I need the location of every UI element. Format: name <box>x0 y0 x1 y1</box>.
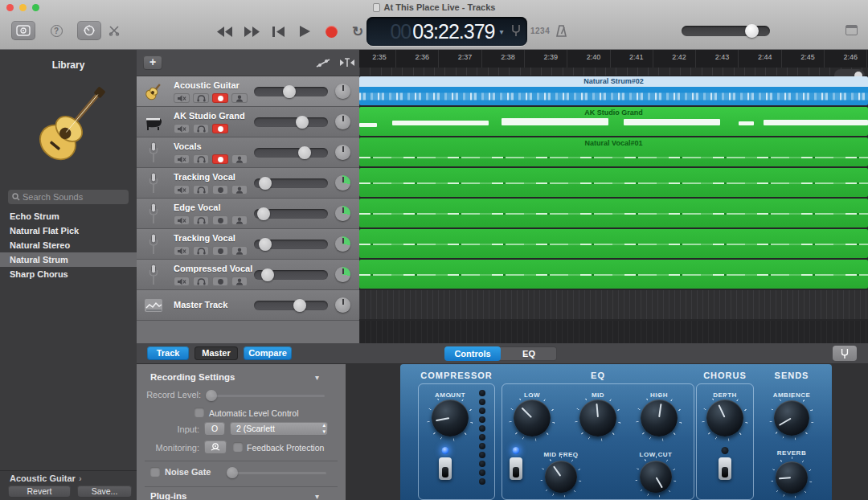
smart-controls-button[interactable] <box>77 21 101 40</box>
volume-slider[interactable] <box>254 178 328 188</box>
quick-help-button[interactable]: ? <box>45 21 68 40</box>
volume-knob[interactable] <box>257 207 270 220</box>
patch-list-item[interactable]: Echo Strum <box>0 209 137 223</box>
volume-knob[interactable] <box>293 299 306 312</box>
timeline-row[interactable] <box>359 229 868 260</box>
tab-eq[interactable]: EQ <box>501 346 557 361</box>
timeline-row[interactable]: Natural Strum#02 <box>359 76 868 107</box>
volume-knob[interactable] <box>283 85 296 98</box>
reverb-knob[interactable] <box>776 461 808 494</box>
tab-controls[interactable]: Controls <box>444 346 501 361</box>
volume-slider[interactable] <box>254 301 328 310</box>
track-header[interactable]: Acoustic Guitar <box>137 76 359 107</box>
lcd-time-display[interactable]: 00 03:22.379 ▾ <box>366 17 527 46</box>
pan-knob[interactable] <box>335 175 350 191</box>
track-header[interactable]: Compressed Vocal <box>137 260 359 290</box>
chevron-down-icon[interactable]: ▾ <box>315 373 319 382</box>
solo-headphones-button[interactable] <box>193 277 209 286</box>
record-enable-button[interactable] <box>212 246 228 256</box>
monitoring-button[interactable] <box>204 441 227 454</box>
track-header[interactable]: Tracking Vocal <box>137 168 359 199</box>
solo-headphones-button[interactable] <box>193 215 209 225</box>
master-volume-slider[interactable] <box>682 26 770 36</box>
amount-knob[interactable] <box>432 400 469 436</box>
pan-knob[interactable] <box>335 236 350 252</box>
pan-knob[interactable] <box>335 206 350 221</box>
track-header[interactable]: Master Track <box>137 290 359 321</box>
depth-knob[interactable] <box>706 400 743 436</box>
noise-gate-checkbox[interactable] <box>150 467 160 477</box>
record-enable-button[interactable] <box>212 185 228 195</box>
cycle-button[interactable]: ↻ <box>350 24 366 39</box>
record-button[interactable] <box>323 24 339 39</box>
volume-knob[interactable] <box>259 238 272 251</box>
play-button[interactable] <box>297 24 313 39</box>
catch-playhead-button[interactable] <box>339 56 355 72</box>
editors-button[interactable] <box>103 21 125 40</box>
timeline-row[interactable] <box>359 199 868 229</box>
record-level-slider[interactable] <box>211 395 325 397</box>
record-enable-button[interactable] <box>212 93 228 103</box>
audio-region-blue[interactable]: Natural Strum#02 <box>359 76 868 105</box>
go-to-beginning-button[interactable] <box>270 24 286 39</box>
tab-compare[interactable]: Compare <box>244 346 292 360</box>
pan-knob[interactable] <box>335 84 350 99</box>
count-in-button[interactable]: 1234 <box>530 27 550 35</box>
time-ruler[interactable]: 2:352:362:372:382:392:402:412:422:432:44… <box>359 50 868 68</box>
automation-button[interactable] <box>315 56 331 72</box>
input-format-button[interactable]: O <box>204 422 225 436</box>
power-switch[interactable] <box>510 457 522 480</box>
audio-region-green[interactable] <box>359 229 868 258</box>
record-enable-button[interactable] <box>212 215 228 225</box>
input-monitor-button[interactable] <box>231 93 248 103</box>
ambience-knob[interactable] <box>774 400 809 436</box>
patch-list-item[interactable]: Natural Flat Pick <box>0 223 137 238</box>
low-cut-knob[interactable] <box>640 461 672 493</box>
high-knob[interactable] <box>641 400 678 436</box>
noise-gate-slider[interactable] <box>233 472 326 474</box>
pan-knob[interactable] <box>335 114 350 129</box>
volume-slider[interactable] <box>254 270 328 280</box>
tab-track[interactable]: Track <box>147 346 189 360</box>
volume-knob[interactable] <box>259 177 272 190</box>
input-monitor-button[interactable] <box>231 277 248 286</box>
sound-library-button[interactable] <box>11 21 35 40</box>
recording-settings-header[interactable]: Recording Settings <box>150 372 235 382</box>
pan-knob[interactable] <box>335 145 350 160</box>
timeline-row[interactable] <box>359 260 868 290</box>
midi-region[interactable]: AK Studio Grand <box>359 107 868 136</box>
master-track-lane[interactable] <box>359 290 868 319</box>
volume-slider[interactable] <box>254 209 328 219</box>
volume-slider[interactable] <box>254 148 328 158</box>
record-enable-button[interactable] <box>212 154 228 164</box>
record-enable-button[interactable] <box>212 124 228 133</box>
mute-button[interactable] <box>174 215 190 225</box>
solo-headphones-button[interactable] <box>193 246 209 256</box>
track-header[interactable]: AK Studio Grand <box>137 107 359 137</box>
input-source-dropdown[interactable]: 2 (Scarlett ▴▾ <box>230 422 328 436</box>
timeline-row[interactable] <box>359 290 868 321</box>
timeline-empty-area[interactable] <box>359 321 868 343</box>
mute-button[interactable] <box>174 93 190 103</box>
display-panel-button[interactable] <box>845 25 858 35</box>
track-header[interactable]: Edge Vocal <box>137 199 359 229</box>
rewind-button[interactable] <box>217 24 233 39</box>
input-monitor-button[interactable] <box>231 185 248 195</box>
beat-ruler[interactable] <box>359 68 868 76</box>
volume-slider[interactable] <box>254 87 328 96</box>
volume-knob[interactable] <box>298 146 311 159</box>
timeline-row[interactable]: Natural Vocal#01 <box>359 137 868 168</box>
mute-button[interactable] <box>174 124 190 133</box>
mute-button[interactable] <box>174 246 190 256</box>
plugins-header[interactable]: Plug-ins <box>150 491 186 500</box>
mid-knob[interactable] <box>579 400 616 436</box>
track-header[interactable]: Vocals <box>137 137 359 168</box>
record-enable-button[interactable] <box>212 277 228 286</box>
add-track-button[interactable]: + <box>143 55 162 70</box>
mute-button[interactable] <box>174 277 190 286</box>
mid-freq-knob[interactable] <box>545 461 577 493</box>
solo-headphones-button[interactable] <box>193 124 209 133</box>
revert-button[interactable]: Revert <box>8 486 71 498</box>
pan-knob[interactable] <box>335 297 350 313</box>
patch-list-item[interactable]: Natural Strum <box>0 252 137 267</box>
